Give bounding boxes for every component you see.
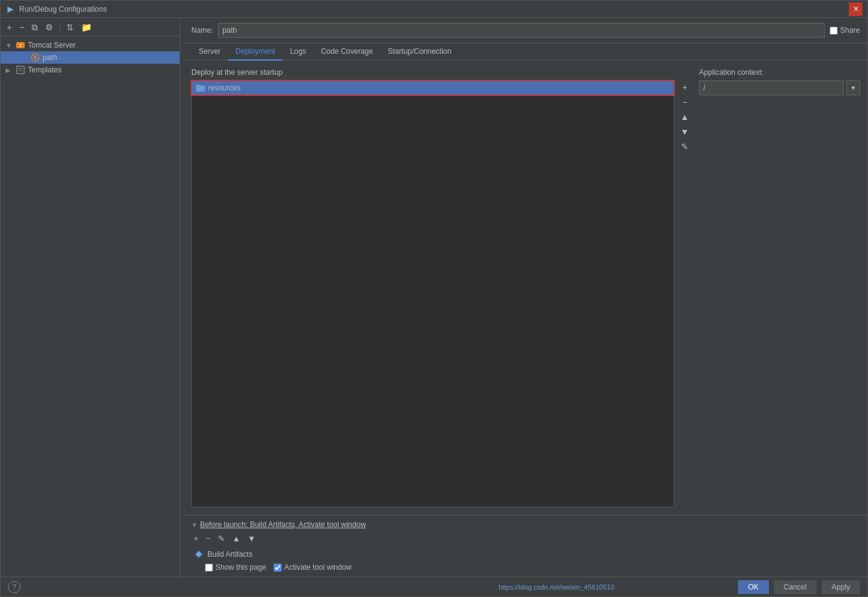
app-context-area: Application context: ▾ (699, 68, 860, 507)
deploy-remove-button[interactable]: − (678, 95, 692, 109)
tab-content-deployment: Deploy at the server startup (184, 61, 867, 515)
tomcat-server-label: Tomcat Server (28, 41, 76, 49)
tab-startup-connection[interactable]: Startup/Connection (380, 43, 459, 61)
copy-config-button[interactable]: ⧉ (29, 22, 40, 33)
templates-label: Templates (28, 66, 62, 74)
deploy-controls: + − ▲ ▼ ✎ (678, 80, 692, 507)
dropdown-arrow-icon: ▾ (851, 84, 855, 92)
left-panel: + − ⧉ ⚙ ⇅ 📁 ▼ T (1, 18, 180, 577)
deploy-label: Deploy at the server startup (191, 68, 692, 77)
share-container: Share (830, 26, 860, 35)
bottom-bar: ? https://blog.csdn.net/weixin_45610510 … (1, 577, 867, 596)
show-this-page-label: Show this page (215, 563, 266, 572)
deploy-add-button[interactable]: + (678, 80, 692, 94)
app-context-input[interactable] (699, 80, 844, 95)
tab-server[interactable]: Server (191, 43, 228, 61)
toggle-templates-icon: ▶ (6, 67, 15, 74)
app-context-dropdown[interactable]: ▾ (846, 80, 860, 95)
name-row: Name: Share (184, 18, 867, 43)
before-launch-toolbar: + − ✎ ▲ ▼ (191, 533, 860, 544)
bl-up-button[interactable]: ▲ (230, 533, 243, 544)
artifacts-icon (194, 549, 204, 559)
tabs-bar: Server Deployment Logs Code Coverage Sta… (184, 43, 867, 61)
tree-item-templates[interactable]: ▶ Templates (1, 64, 180, 76)
before-launch-header[interactable]: ▼ Before launch: Build Artifacts, Activa… (191, 520, 860, 529)
bl-down-button[interactable]: ▼ (245, 533, 258, 544)
title-bar: ▶ Run/Debug Configurations ✕ (1, 1, 867, 18)
sort-button[interactable]: ⇅ (64, 22, 76, 33)
bl-item-label: Build Artifacts (207, 550, 253, 559)
window-title: Run/Debug Configurations (19, 5, 849, 14)
left-toolbar: + − ⧉ ⚙ ⇅ 📁 (1, 18, 180, 37)
before-launch-toggle-icon: ▼ (191, 522, 197, 528)
run-debug-configurations-dialog: ▶ Run/Debug Configurations ✕ + − ⧉ ⚙ ⇅ 📁… (0, 0, 868, 597)
config-tree: ▼ T Tomcat Server (1, 37, 180, 577)
apply-button[interactable]: Apply (822, 580, 860, 594)
share-checkbox[interactable] (830, 27, 838, 35)
toolbar-separator (59, 22, 60, 32)
app-context-input-row: ▾ (699, 80, 860, 95)
share-label: Share (840, 26, 860, 35)
deploy-edit-button[interactable]: ✎ (678, 140, 692, 153)
bottom-url: https://blog.csdn.net/weixin_45610510 (498, 583, 614, 591)
bl-edit-button[interactable]: ✎ (215, 533, 227, 544)
main-content: + − ⧉ ⚙ ⇅ 📁 ▼ T (1, 18, 867, 577)
bl-add-button[interactable]: + (191, 533, 201, 544)
deploy-up-button[interactable]: ▲ (678, 110, 692, 124)
deploy-list: resources (191, 80, 674, 507)
svg-rect-3 (17, 66, 24, 74)
before-launch-section: ▼ Before launch: Build Artifacts, Activa… (184, 515, 867, 577)
remove-config-button[interactable]: − (17, 22, 27, 33)
app-context-label: Application context: (699, 68, 860, 77)
deployment-section: Deploy at the server startup (191, 68, 860, 507)
tab-logs[interactable]: Logs (282, 43, 313, 61)
deploy-down-button[interactable]: ▼ (678, 125, 692, 139)
tab-code-coverage[interactable]: Code Coverage (313, 43, 380, 61)
name-input[interactable] (218, 23, 825, 38)
right-panel: Name: Share Server Deployment Logs Code … (184, 18, 867, 577)
deployment-list-area: Deploy at the server startup (191, 68, 692, 507)
path-config-icon (30, 53, 40, 62)
bl-options: Show this page Activate tool window (205, 563, 860, 572)
activate-tool-window-checkbox[interactable] (274, 564, 282, 572)
activate-tool-window-label: Activate tool window (284, 563, 352, 572)
bl-item-build-artifacts: Build Artifacts (191, 548, 860, 560)
window-icon: ▶ (6, 4, 15, 14)
folder-button[interactable]: 📁 (79, 22, 94, 33)
path-config-label: path (43, 53, 57, 62)
show-this-page-checkbox[interactable] (205, 564, 213, 572)
show-this-page-option: Show this page (205, 563, 266, 572)
selected-outline (191, 80, 675, 96)
deploy-item-label: resources (208, 84, 241, 92)
bl-remove-button[interactable]: − (204, 533, 214, 544)
svg-text:T: T (19, 43, 22, 48)
ok-button[interactable]: OK (738, 580, 768, 594)
bottom-buttons: OK Cancel Apply (738, 580, 860, 594)
tree-item-path[interactable]: path (1, 51, 180, 64)
tab-deployment[interactable]: Deployment (228, 43, 282, 61)
tree-item-tomcat-server[interactable]: ▼ T Tomcat Server (1, 39, 180, 51)
help-button[interactable]: ? (8, 581, 20, 593)
close-button[interactable]: ✕ (849, 2, 862, 16)
deploy-item-resources[interactable]: resources (192, 81, 674, 95)
before-launch-title: Before launch: Build Artifacts, Activate… (200, 520, 366, 529)
activate-tool-window-option: Activate tool window (274, 563, 352, 572)
name-label: Name: (191, 26, 213, 35)
add-config-button[interactable]: + (4, 22, 14, 33)
before-launch-list: Build Artifacts Show this page Activate … (191, 548, 860, 572)
settings-button[interactable]: ⚙ (43, 22, 56, 33)
help-icon: ? (12, 583, 17, 591)
toggle-tomcat-icon: ▼ (6, 42, 15, 49)
templates-icon (15, 65, 25, 75)
folder-icon (196, 83, 206, 93)
tomcat-server-icon: T (15, 40, 25, 50)
cancel-button[interactable]: Cancel (774, 580, 817, 594)
